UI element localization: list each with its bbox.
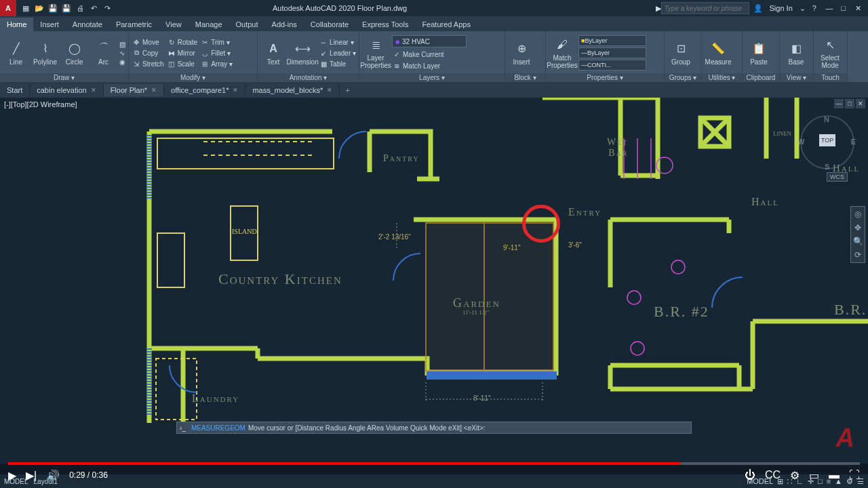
search-input[interactable] xyxy=(661,2,749,14)
panel-properties-label[interactable]: Properties ▾ xyxy=(546,73,664,82)
new-icon[interactable]: ▦ xyxy=(20,3,31,14)
panel-block-label[interactable]: Block ▾ xyxy=(505,73,545,82)
leader-button[interactable]: ↙Leader ▾ xyxy=(319,48,356,58)
pan-icon[interactable]: ✥ xyxy=(854,223,861,232)
minimize-button[interactable]: — xyxy=(823,4,835,12)
close-icon[interactable]: ✕ xyxy=(327,87,332,94)
match-layer-button[interactable]: ≋Match Layer xyxy=(392,61,467,70)
tab-home[interactable]: Home xyxy=(0,18,33,31)
autoplay-icon[interactable]: ⏻ xyxy=(745,469,755,481)
plot-icon[interactable]: 🖨 xyxy=(75,3,85,14)
fillet-button[interactable]: ◡Fillet ▾ xyxy=(200,48,233,58)
tab-manage[interactable]: Manage xyxy=(189,18,229,31)
drawing-canvas[interactable]: [-][Top][2D Wireframe] — □ ✕ xyxy=(0,98,868,464)
view-cube[interactable]: N W E S TOP xyxy=(800,115,854,169)
tab-view[interactable]: View xyxy=(159,18,189,31)
panel-annotation-label[interactable]: Annotation ▾ xyxy=(258,73,359,82)
close-icon[interactable]: ✕ xyxy=(91,87,96,94)
stretch-button[interactable]: ⇲Stretch xyxy=(132,59,164,68)
orbit-icon[interactable]: ⟳ xyxy=(854,250,861,260)
linear-button[interactable]: ↔Linear ▾ xyxy=(319,37,356,47)
tab-express[interactable]: Express Tools xyxy=(355,18,415,31)
app-logo[interactable]: A xyxy=(0,0,16,16)
wcs-label[interactable]: WCS xyxy=(827,172,848,182)
share-icon[interactable]: ▶ xyxy=(656,4,661,13)
command-line[interactable]: ›_ MEASUREGEOM Move cursor or [Distance … xyxy=(176,422,692,434)
color-dropdown[interactable]: ■ ByLayer xyxy=(578,35,646,46)
polyline-button[interactable]: ⌇Polyline xyxy=(32,41,58,66)
tab-addins[interactable]: Add-ins xyxy=(265,18,304,31)
settings-icon[interactable]: ⚙ xyxy=(790,469,800,482)
view-cube-face[interactable]: TOP xyxy=(819,134,835,146)
close-icon[interactable]: ✕ xyxy=(151,87,157,94)
panel-modify-label[interactable]: Modify ▾ xyxy=(129,73,257,82)
signin-link[interactable]: Sign In xyxy=(770,4,793,12)
tab-output[interactable]: Output xyxy=(229,18,265,31)
panel-draw-label[interactable]: Draw ▾ xyxy=(0,73,128,82)
file-tab-mass[interactable]: mass_model_blocks*✕ xyxy=(245,84,340,96)
close-button[interactable]: ✕ xyxy=(852,4,864,13)
panel-utilities-label[interactable]: Utilities ▾ xyxy=(702,73,742,82)
tab-featured[interactable]: Featured Apps xyxy=(415,18,477,31)
undo-icon[interactable]: ↶ xyxy=(88,3,99,14)
ellipse-icon[interactable]: ◉ xyxy=(119,58,125,66)
file-tab-office[interactable]: office_compare1*✕ xyxy=(164,84,245,96)
redo-icon[interactable]: ↷ xyxy=(102,3,113,14)
paste-button[interactable]: 📋Paste xyxy=(745,41,772,66)
lineweight-dropdown[interactable]: — ByLayer xyxy=(578,47,646,58)
app-exchange-icon[interactable]: ⌄ xyxy=(800,4,806,13)
move-button[interactable]: ✥Move xyxy=(132,37,164,47)
zoom-icon[interactable]: 🔍 xyxy=(853,237,863,246)
scale-button[interactable]: ◫Scale xyxy=(167,59,197,68)
group-button[interactable]: ⊡Group xyxy=(667,41,694,66)
close-icon[interactable]: ✕ xyxy=(233,87,238,94)
layer-props-button[interactable]: ≣Layer Properties xyxy=(362,37,389,69)
file-tab-floorplan[interactable]: Floor Plan*✕ xyxy=(104,84,164,96)
circle-button[interactable]: ◯Circle xyxy=(61,41,87,66)
panel-touch-label[interactable]: Touch xyxy=(814,73,847,82)
fullscreen-icon[interactable]: ⛶ xyxy=(849,469,860,481)
panel-layers-label[interactable]: Layers ▾ xyxy=(359,73,505,82)
open-icon[interactable]: 📂 xyxy=(34,3,45,14)
play-button[interactable]: ▶ xyxy=(8,469,16,482)
video-progress-bar[interactable] xyxy=(8,462,860,465)
help-icon[interactable]: ? xyxy=(812,4,816,12)
file-tab-cabin[interactable]: cabin elevation✕ xyxy=(30,84,103,96)
arc-button[interactable]: ⌒Arc xyxy=(90,41,117,66)
miniplayer-icon[interactable]: ▭ xyxy=(809,469,819,482)
panel-view-label[interactable]: View ▾ xyxy=(780,73,813,82)
maximize-button[interactable]: □ xyxy=(837,4,850,12)
captions-icon[interactable]: CC xyxy=(765,469,781,481)
base-button[interactable]: ◧Base xyxy=(783,41,810,66)
dimension-button[interactable]: ⟷Dimension xyxy=(289,41,316,66)
file-tab-start[interactable]: Start xyxy=(0,84,30,96)
select-mode-button[interactable]: ↖Select Mode xyxy=(816,37,844,69)
hatch-icon[interactable]: ▨ xyxy=(119,41,125,48)
saveas-icon[interactable]: 💾 xyxy=(61,3,72,14)
tab-parametric[interactable]: Parametric xyxy=(109,18,159,31)
save-icon[interactable]: 💾 xyxy=(47,3,58,14)
measure-button[interactable]: 📏Measure xyxy=(705,41,732,66)
new-tab-button[interactable]: + xyxy=(340,86,355,94)
theater-icon[interactable]: ▬ xyxy=(829,469,840,481)
line-button[interactable]: ╱Line xyxy=(3,41,29,66)
tab-insert[interactable]: Insert xyxy=(33,18,66,31)
linetype-dropdown[interactable]: — CONTI... xyxy=(578,60,646,70)
mirror-button[interactable]: ⧓Mirror xyxy=(167,48,197,58)
match-props-button[interactable]: 🖌Match Properties xyxy=(549,37,576,69)
tab-annotate[interactable]: Annotate xyxy=(66,18,109,31)
panel-clipboard-label[interactable]: Clipboard xyxy=(743,73,779,82)
volume-icon[interactable]: 🔊 xyxy=(46,469,60,482)
text-button[interactable]: AText xyxy=(260,41,286,66)
user-icon[interactable]: 👤 xyxy=(753,4,763,13)
rotate-button[interactable]: ↻Rotate xyxy=(167,37,197,47)
trim-button[interactable]: ✂Trim ▾ xyxy=(200,37,233,47)
insert-button[interactable]: ⊕Insert xyxy=(508,41,535,66)
make-current-button[interactable]: ✓Make Current xyxy=(392,49,467,59)
next-button[interactable]: ▶| xyxy=(26,469,37,482)
layer-dropdown[interactable]: ■32 HVAC xyxy=(392,35,467,47)
spline-icon[interactable]: ∿ xyxy=(119,49,125,57)
array-button[interactable]: ⊞Array ▾ xyxy=(200,59,233,68)
table-button[interactable]: ▦Table xyxy=(319,59,356,68)
tab-collaborate[interactable]: Collaborate xyxy=(304,18,355,31)
